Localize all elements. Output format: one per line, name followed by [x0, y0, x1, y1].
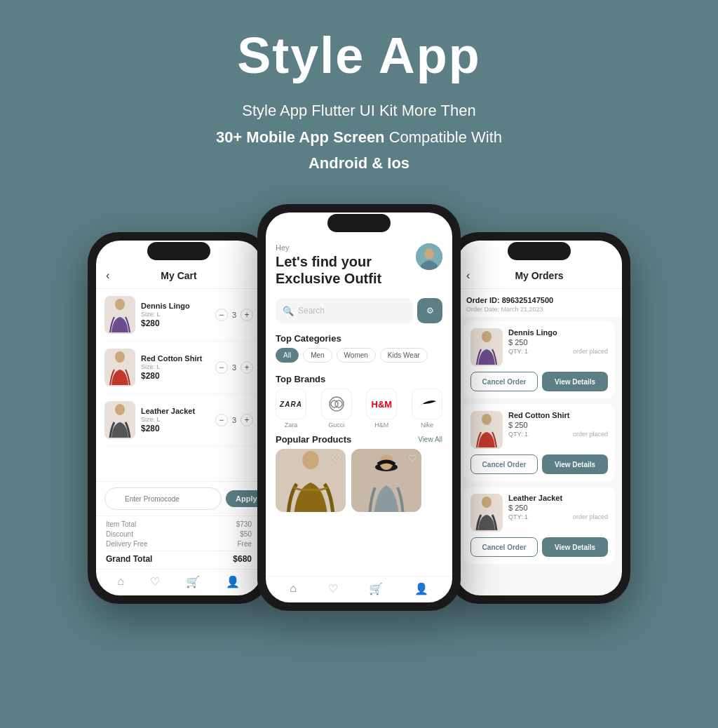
cart-summary: Item Total $730 Discount $50 Delivery Fr… — [96, 515, 262, 569]
nav-cart-icon[interactable]: 🛒 — [186, 575, 200, 588]
qty-decrease[interactable]: − — [215, 361, 228, 374]
category-women[interactable]: Women — [337, 348, 376, 363]
svg-point-2 — [115, 404, 125, 415]
orders-phone: ‹ My Orders Order ID: 896325147500 Order… — [448, 232, 630, 604]
gucci-logo — [321, 389, 352, 419]
filter-icon: ⚙ — [426, 306, 434, 316]
subtitle-rest: Compatible With — [385, 128, 503, 146]
order-item-price-2: $ 250 — [508, 421, 608, 429]
qty-increase[interactable]: + — [241, 361, 253, 374]
order-item-img-1 — [470, 328, 503, 366]
nike-logo — [412, 389, 442, 419]
order-item-img-3 — [470, 494, 503, 532]
svg-point-0 — [115, 299, 125, 310]
avatar[interactable] — [416, 243, 442, 270]
search-bar: 🔍 Search ⚙ — [276, 298, 442, 323]
category-men[interactable]: Men — [303, 348, 332, 363]
svg-point-1 — [115, 351, 125, 363]
brand-hm[interactable]: H&M H&M — [366, 389, 397, 429]
order-item-price-3: $ 250 — [508, 504, 608, 512]
nav-home-icon[interactable]: ⌂ — [118, 575, 125, 588]
qty-increase[interactable]: + — [241, 414, 253, 426]
home-title: Let's find your Exclusive Outfit — [276, 253, 381, 287]
hm-name: H&M — [374, 422, 388, 429]
heart-icon-2[interactable]: ♡ — [408, 453, 417, 464]
order-id: Order ID: 896325147500 — [466, 296, 612, 304]
order-item-price-1: $ 250 — [508, 338, 608, 346]
phone-notch-center — [327, 214, 391, 232]
product-card-2[interactable]: ♡ — [351, 449, 421, 512]
qty-decrease[interactable]: − — [215, 309, 228, 321]
nav-heart-icon[interactable]: ♡ — [150, 575, 160, 588]
nav-profile-icon[interactable]: 👤 — [226, 575, 240, 588]
order-item-name-3: Leather Jacket — [508, 494, 608, 502]
popular-title: Popular Products — [276, 434, 351, 445]
delivery-value: Free — [237, 540, 252, 548]
filter-button[interactable]: ⚙ — [417, 298, 442, 323]
cart-item-name: Red Cotton Shirt — [141, 354, 210, 363]
order-status-3: order placed — [573, 513, 608, 520]
search-input-wrap[interactable]: 🔍 Search — [276, 298, 413, 323]
cart-item-image — [104, 296, 135, 334]
delivery-label: Delivery Free — [106, 540, 147, 548]
product-card-1[interactable]: ♡ — [276, 449, 346, 512]
promo-input-wrap: % — [104, 487, 222, 510]
view-details-button-3[interactable]: View Details — [542, 537, 608, 557]
cart-item-image — [104, 349, 135, 386]
orders-title: My Orders — [515, 270, 563, 281]
order-qty-2: QTY: 1 — [508, 431, 528, 438]
cancel-order-button-1[interactable]: Cancel Order — [470, 372, 538, 391]
subtitle-bold: 30+ Mobile App Screen — [216, 128, 385, 146]
cart-item-size: Size: L — [141, 416, 210, 423]
category-all[interactable]: All — [276, 348, 299, 363]
promo-input[interactable] — [104, 487, 222, 510]
subtitle-line1: Style App Flutter UI Kit More Then — [242, 102, 475, 119]
cart-item-name: Dennis Lingo — [141, 302, 210, 310]
order-item-name-1: Dennis Lingo — [508, 328, 608, 337]
apply-button[interactable]: Apply — [226, 490, 262, 507]
qty-value: 3 — [232, 311, 236, 319]
brand-gucci[interactable]: Gucci — [321, 389, 352, 429]
category-kids[interactable]: Kids Wear — [380, 348, 428, 363]
zara-logo: ZARA — [276, 389, 306, 419]
qty-increase[interactable]: + — [241, 309, 253, 321]
qty-decrease[interactable]: − — [215, 414, 228, 426]
nav-profile-icon[interactable]: 👤 — [414, 582, 428, 595]
search-placeholder: Search — [298, 306, 325, 316]
nav-cart-icon[interactable]: 🛒 — [369, 582, 383, 595]
cancel-order-button-2[interactable]: Cancel Order — [470, 454, 538, 474]
cart-item: Leather Jacket Size: L $280 − 3 + — [104, 394, 253, 447]
order-item-img-2 — [470, 411, 503, 449]
cart-back-button[interactable]: ‹ — [106, 269, 109, 282]
order-qty-1: QTY: 1 — [508, 348, 528, 355]
item-total-label: Item Total — [106, 520, 136, 528]
nav-heart-icon[interactable]: ♡ — [328, 582, 338, 595]
page-title: Style App — [216, 28, 502, 83]
subtitle-platform: Android & Ios — [309, 154, 409, 172]
cart-item-name: Leather Jacket — [141, 407, 210, 415]
qty-value: 3 — [232, 363, 236, 372]
brand-nike[interactable]: Nike — [412, 389, 442, 429]
view-details-button-1[interactable]: View Details — [542, 372, 608, 391]
popular-products-grid: ♡ — [266, 449, 452, 512]
cart-item-price: $280 — [141, 424, 210, 433]
svg-point-4 — [424, 248, 434, 259]
heart-icon-1[interactable]: ♡ — [332, 453, 341, 464]
gucci-name: Gucci — [328, 422, 344, 429]
view-details-button-2[interactable]: View Details — [542, 454, 608, 474]
svg-point-12 — [482, 414, 492, 425]
order-status-2: order placed — [573, 431, 608, 438]
search-icon: 🔍 — [283, 306, 294, 316]
cancel-order-button-3[interactable]: Cancel Order — [470, 537, 538, 557]
cart-phone: ‹ My Cart — [88, 232, 270, 604]
nav-home-icon[interactable]: ⌂ — [290, 582, 297, 595]
cart-item-size: Size: L — [141, 363, 210, 370]
orders-back-button[interactable]: ‹ — [466, 269, 470, 282]
cart-item-size: Size: L — [141, 311, 210, 318]
home-screen: Hey Let's find your Exclusive Outfit — [266, 213, 452, 602]
brands-title: Top Brands — [276, 374, 442, 384]
svg-point-7 — [335, 400, 342, 407]
view-all-link[interactable]: View All — [418, 436, 442, 443]
order-qty-3: QTY: 1 — [508, 513, 528, 520]
brand-zara[interactable]: ZARA Zara — [276, 389, 306, 429]
